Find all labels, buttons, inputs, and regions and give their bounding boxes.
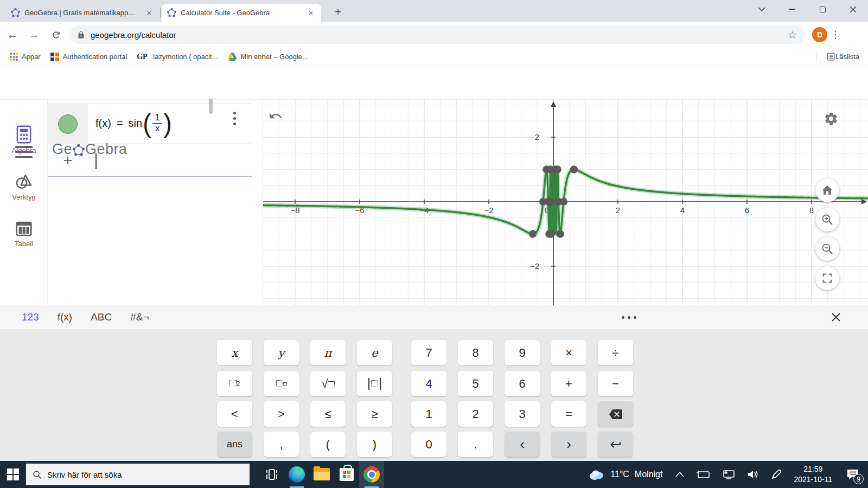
key-≤[interactable]: ≤	[310, 401, 346, 427]
special-point[interactable]	[553, 165, 561, 173]
taskbar-edge-button[interactable]	[284, 461, 309, 488]
visibility-toggle-marble[interactable]	[58, 114, 78, 134]
action-center-button[interactable]: 9	[838, 461, 868, 488]
enter-key[interactable]	[598, 432, 633, 457]
taskbar-search-box[interactable]: Skriv här för att söka	[26, 464, 250, 485]
taskbar-clock[interactable]: 21:59 2021-10-11	[794, 464, 832, 485]
key-)[interactable]: )	[357, 432, 392, 457]
sqrt-box-key[interactable]: √	[310, 371, 346, 396]
abs-box-key[interactable]	[357, 371, 392, 396]
special-point[interactable]	[556, 230, 564, 237]
undo-icon[interactable]	[269, 109, 283, 123]
special-point[interactable]	[547, 230, 555, 237]
window-restore-button[interactable]	[807, 0, 838, 18]
key-3[interactable]: 3	[505, 401, 540, 427]
keyboard-tab-abc[interactable]: ABC	[91, 311, 112, 323]
key-8[interactable]: 8	[458, 340, 493, 365]
tray-chevron-up-icon[interactable]	[675, 472, 684, 477]
sidebar-item-verktyg[interactable]: Verktyg	[0, 173, 48, 201]
back-icon[interactable]: ←	[3, 25, 22, 44]
key-ans[interactable]: ans	[217, 432, 252, 457]
key-0[interactable]: 0	[411, 432, 446, 457]
key-4[interactable]: 4	[411, 371, 446, 396]
key-x[interactable]: x	[217, 340, 252, 365]
tab-close-icon[interactable]: ×	[306, 8, 316, 18]
key-−[interactable]: −	[598, 371, 633, 396]
key-.[interactable]: .	[458, 432, 493, 457]
network-display-icon[interactable]	[722, 470, 735, 479]
taskbar-weather[interactable]: 11°C Molnigt	[588, 468, 662, 480]
reload-icon[interactable]	[47, 25, 65, 44]
special-point[interactable]	[529, 230, 537, 237]
keyboard-tab-symbols[interactable]: #&¬	[130, 311, 149, 323]
keyboard-tab-fx[interactable]: f(x)	[58, 311, 72, 323]
key-9[interactable]: 9	[505, 340, 540, 365]
window-minimize-button[interactable]	[777, 0, 807, 18]
zoom-out-button[interactable]	[815, 237, 839, 261]
key-,[interactable]: ,	[264, 432, 299, 457]
graph-settings-gear-icon[interactable]	[824, 111, 839, 126]
key-1[interactable]: 1	[411, 401, 446, 427]
key-7[interactable]: 7	[411, 340, 446, 365]
key-×[interactable]: ×	[551, 340, 586, 365]
taskbar-chrome-button[interactable]	[359, 461, 384, 488]
key-÷[interactable]: ÷	[598, 340, 633, 365]
profile-avatar[interactable]: D	[812, 27, 827, 42]
reading-list-button[interactable]: Läslista	[816, 52, 859, 62]
key-2[interactable]: 2	[458, 401, 493, 427]
key->[interactable]: >	[264, 401, 299, 427]
keyboard-more-icon[interactable]	[622, 316, 636, 319]
tab-calculator-suite[interactable]: Calculator Suite - GeoGebra ×	[162, 4, 321, 22]
algebra-row-1[interactable]: f(x) = sin ( 1x )	[48, 104, 252, 144]
special-point[interactable]	[560, 198, 567, 206]
row-menu-icon[interactable]	[233, 112, 236, 125]
special-point[interactable]	[547, 198, 554, 206]
hamburger-menu-icon[interactable]	[15, 146, 33, 158]
address-bar[interactable]: geogebra.org/calculator ☆	[69, 25, 805, 44]
bookmark-lazymotion[interactable]: GP .lazymotion { opacit...	[137, 53, 218, 61]
new-tab-button[interactable]: +	[331, 5, 345, 19]
graph-canvas[interactable]: −8−6−4−224682−20	[263, 99, 868, 305]
key-π[interactable]: π	[310, 340, 346, 365]
power-box-key[interactable]	[264, 371, 299, 396]
key-=[interactable]: =	[551, 401, 586, 427]
bookmark-appar[interactable]: Appar	[10, 53, 41, 61]
key-6[interactable]: 6	[505, 371, 540, 396]
task-view-button[interactable]	[259, 461, 284, 488]
key-≥[interactable]: ≥	[357, 401, 392, 427]
sidebar-item-tabell[interactable]: Tabell	[0, 221, 48, 248]
bookmark-authentication-portal[interactable]: Authentication portal	[50, 53, 127, 61]
taskbar-store-button[interactable]	[334, 461, 359, 488]
special-point[interactable]	[570, 165, 578, 173]
caret-right-key[interactable]: ›	[551, 432, 586, 457]
window-menu-chevron-icon[interactable]	[746, 0, 777, 18]
url-text[interactable]: geogebra.org/calculator	[91, 30, 788, 40]
caret-left-key[interactable]: ‹	[505, 432, 540, 457]
browser-menu-icon[interactable]: ⋮	[827, 29, 844, 41]
key-y[interactable]: y	[264, 340, 299, 365]
backspace-key[interactable]	[598, 401, 633, 427]
fullscreen-button[interactable]	[815, 266, 839, 290]
taskbar-file-explorer-button[interactable]	[309, 461, 334, 488]
window-close-button[interactable]	[838, 0, 868, 18]
forward-icon[interactable]: →	[25, 25, 43, 44]
battery-icon[interactable]	[696, 470, 710, 479]
tab-geogebra-home[interactable]: GeoGebra | Gratis matematikapp... ×	[5, 4, 159, 22]
square-box-key[interactable]: 2	[217, 371, 252, 396]
pen-icon[interactable]	[771, 469, 782, 480]
tab-close-icon[interactable]: ×	[144, 8, 154, 18]
key-e[interactable]: e	[357, 340, 392, 365]
bookmark-star-icon[interactable]: ☆	[788, 29, 797, 41]
start-button[interactable]	[0, 461, 26, 488]
graphics-view[interactable]: −8−6−4−224682−20	[263, 99, 868, 305]
keyboard-close-icon[interactable]	[830, 311, 842, 323]
bookmark-google-drive[interactable]: Min enhet – Google...	[228, 53, 308, 61]
volume-icon[interactable]	[747, 470, 759, 479]
keyboard-tab-123[interactable]: 123	[22, 311, 39, 323]
key-<[interactable]: <	[217, 401, 252, 427]
home-view-button[interactable]	[815, 178, 839, 202]
key-([interactable]: (	[310, 432, 346, 457]
zoom-in-button[interactable]	[815, 208, 839, 232]
key-5[interactable]: 5	[458, 371, 493, 396]
key-+[interactable]: +	[551, 371, 586, 396]
